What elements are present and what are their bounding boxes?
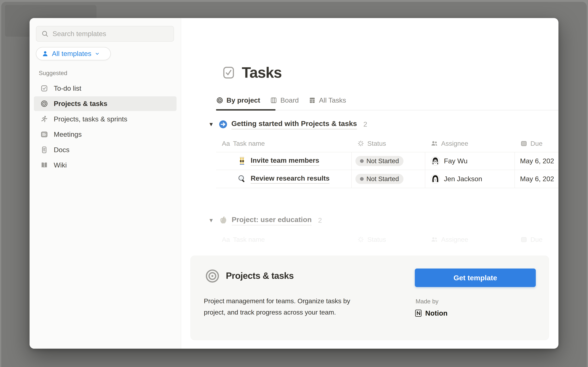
sidebar-item-label: Meetings [54, 130, 82, 138]
group-title-link[interactable]: Getting started with Projects & tasks [231, 119, 357, 129]
task-name-link[interactable]: Invite team members [251, 156, 319, 166]
column-label: Task name [233, 236, 265, 243]
avatar [431, 174, 440, 184]
apple-emoji-icon [219, 216, 228, 225]
people-icon [431, 140, 438, 147]
template-info-card: Projects & tasks Project management for … [190, 256, 549, 340]
task-name-cell[interactable]: Invite team members [216, 152, 351, 170]
column-label: Assignee [441, 236, 468, 243]
column-label: Task name [233, 140, 265, 147]
sidebar-item-label: Projects, tasks & sprints [54, 115, 127, 123]
status-spinner-icon [357, 140, 364, 147]
column-label: Status [367, 140, 386, 147]
column-label: Status [367, 236, 386, 243]
table-body: Invite team members Not Started [216, 152, 558, 188]
person-icon [42, 50, 49, 57]
chevron-down-icon [95, 51, 100, 56]
tab-all-tasks[interactable]: All Tasks [309, 93, 346, 107]
sidebar-item-wiki[interactable]: Wiki [34, 158, 177, 173]
sidebar-item-label: To-do list [54, 84, 81, 92]
group-title-link[interactable]: Project: user education [232, 215, 311, 225]
sidebar-item-label: Wiki [54, 161, 67, 169]
sidebar-item-label: Projects & tasks [54, 100, 107, 108]
filter-label: All templates [52, 50, 91, 58]
column-header-assignee[interactable]: Assignee [425, 135, 515, 152]
column-header-status: Status [351, 231, 425, 248]
collapse-toggle-icon[interactable]: ▼ [208, 121, 215, 127]
group-count: 2 [318, 216, 322, 224]
search-icon [42, 30, 49, 37]
board-columns-icon [270, 97, 277, 104]
get-template-button[interactable]: Get template [415, 268, 536, 287]
status-label: Not Started [366, 157, 399, 165]
status-cell[interactable]: Not Started [351, 152, 425, 170]
page-title-row: Tasks [222, 64, 282, 81]
maker-row: Notion [415, 309, 448, 317]
template-gallery-modal: Search templates All templates Suggested… [30, 18, 558, 349]
all-templates-filter-dropdown[interactable]: All templates [36, 47, 111, 60]
due-date-cell[interactable]: May 6, 202 [515, 170, 558, 188]
avatar [431, 156, 440, 166]
search-placeholder: Search templates [52, 30, 106, 38]
sidebar-item-to-do-list[interactable]: To-do list [34, 81, 177, 96]
column-header-task-name: Aa Task name [216, 231, 351, 248]
sidebar-item-projects-tasks-sprints[interactable]: Projects, tasks & sprints [34, 112, 177, 126]
column-header-due: Due [515, 231, 558, 248]
target-icon [216, 97, 223, 104]
calendar-icon [520, 236, 527, 243]
document-icon [40, 146, 48, 154]
text-Aa-icon: Aa [222, 236, 230, 243]
sidebar-item-projects-tasks[interactable]: Projects & tasks [34, 96, 177, 111]
table-grid-icon [309, 97, 316, 104]
calendar-icon [520, 140, 527, 147]
description-line: project, and track progress across your … [204, 307, 350, 318]
column-header-due[interactable]: Due [515, 135, 558, 152]
runner-icon [40, 115, 48, 123]
target-icon [40, 100, 48, 108]
assignee-name: Jen Jackson [444, 175, 482, 183]
assignee-cell[interactable]: Fay Wu [425, 152, 515, 170]
task-name-cell[interactable]: Review research results [216, 170, 351, 188]
made-by-label: Made by [415, 298, 439, 305]
tab-label: By project [226, 96, 260, 104]
column-label: Due [530, 236, 543, 243]
column-header-assignee: Assignee [425, 231, 515, 248]
sidebar-item-meetings[interactable]: Meetings [34, 127, 177, 142]
group-header-user-education: ▼ Project: user education 2 [208, 215, 322, 225]
table-header-row: Aa Task name Status [216, 135, 558, 152]
status-badge: Not Started [355, 156, 404, 166]
task-name-link[interactable]: Review research results [251, 174, 329, 184]
search-input[interactable]: Search templates [36, 26, 174, 42]
description-line: Project management for teams. Organize t… [204, 295, 350, 307]
todo-checkbox-icon [40, 84, 48, 92]
template-preview-pane: Tasks By project Board [181, 18, 558, 349]
column-header-status[interactable]: Status [351, 135, 425, 152]
column-label: Assignee [441, 140, 468, 147]
suggested-section-label: Suggested [39, 70, 67, 76]
task-row[interactable]: Review research results Not Started [216, 170, 558, 188]
due-date-cell[interactable]: May 6, 202 [515, 152, 558, 170]
column-label: Due [530, 140, 543, 147]
task-row[interactable]: Invite team members Not Started [216, 152, 558, 170]
tab-board[interactable]: Board [270, 93, 299, 107]
sidebar-item-docs[interactable]: Docs [34, 142, 177, 157]
collapse-toggle-icon[interactable]: ▼ [208, 217, 215, 224]
group-count: 2 [363, 120, 367, 128]
template-title: Projects & tasks [226, 270, 294, 281]
tab-by-project[interactable]: By project [216, 93, 260, 107]
checkbox-page-icon [222, 66, 235, 79]
active-tab-underline [216, 109, 276, 110]
assignee-name: Fay Wu [444, 157, 467, 165]
tasks-table: Aa Task name Status [216, 135, 558, 188]
magnifier-emoji-icon [237, 175, 246, 183]
template-description: Project management for teams. Organize t… [204, 295, 350, 318]
column-header-task-name[interactable]: Aa Task name [216, 135, 351, 152]
blue-circle-arrow-icon [219, 120, 227, 129]
status-label: Not Started [366, 175, 399, 183]
assignee-cell[interactable]: Jen Jackson [425, 170, 515, 188]
status-spinner-icon [357, 236, 364, 243]
tab-label: All Tasks [319, 96, 346, 104]
status-cell[interactable]: Not Started [351, 170, 425, 188]
notion-logo-icon [415, 309, 422, 317]
maker-name: Notion [425, 309, 448, 317]
